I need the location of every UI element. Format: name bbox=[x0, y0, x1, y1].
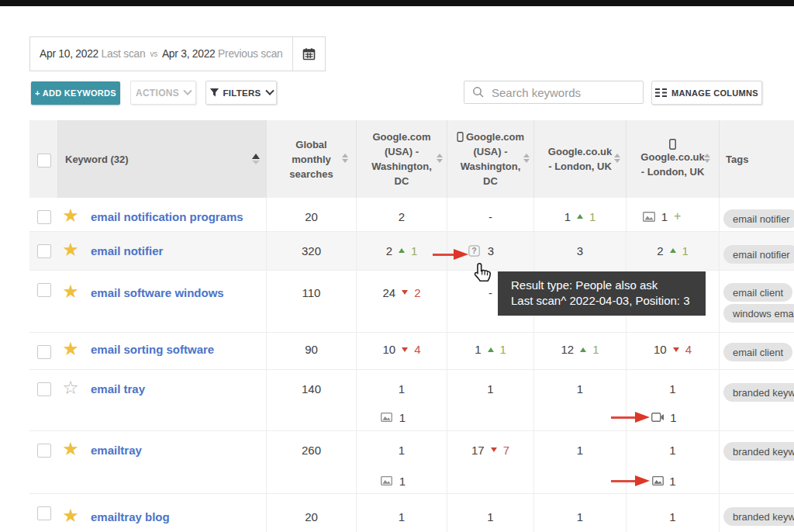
svg-text:?: ? bbox=[471, 246, 476, 255]
